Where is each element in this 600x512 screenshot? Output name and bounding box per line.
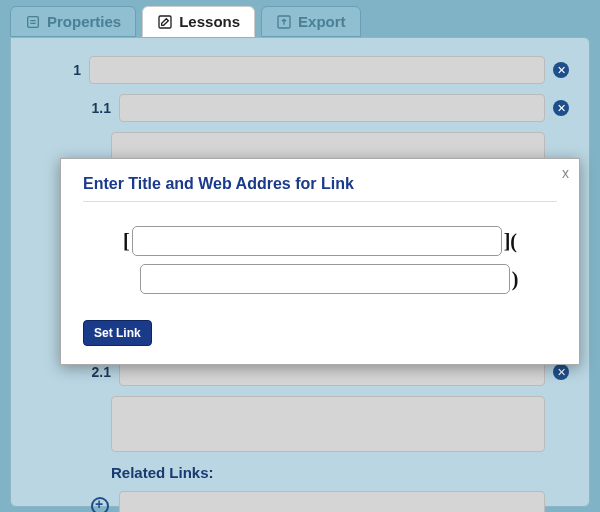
tab-bar: Properties Lessons Export xyxy=(0,0,600,37)
outline-row: 1.1 ✕ xyxy=(31,94,569,122)
paren-close: ) xyxy=(512,268,519,291)
outline-number: 1.1 xyxy=(31,94,111,116)
outline-row: 1 ✕ xyxy=(31,56,569,84)
svg-rect-0 xyxy=(28,16,39,27)
delete-icon[interactable]: ✕ xyxy=(553,364,569,380)
lesson-body-area xyxy=(111,396,545,452)
close-icon[interactable]: x xyxy=(562,165,569,181)
tab-properties[interactable]: Properties xyxy=(10,6,136,37)
lesson-title-input[interactable] xyxy=(119,94,545,122)
link-title-row: [ ]( xyxy=(83,226,557,256)
tab-lessons[interactable]: Lessons xyxy=(142,6,255,37)
export-icon xyxy=(276,14,292,30)
tab-label: Export xyxy=(298,13,346,30)
add-link-icon[interactable] xyxy=(91,497,109,512)
tab-export[interactable]: Export xyxy=(261,6,361,37)
modal-title: Enter Title and Web Addres for Link xyxy=(83,175,557,202)
related-links-label: Related Links: xyxy=(111,464,569,481)
bracket-open: [ xyxy=(123,230,130,253)
delete-icon[interactable]: ✕ xyxy=(553,100,569,116)
svg-rect-1 xyxy=(159,16,171,28)
link-modal: x Enter Title and Web Addres for Link [ … xyxy=(60,158,580,365)
lesson-title-input[interactable] xyxy=(89,56,545,84)
edit-icon xyxy=(157,14,173,30)
outline-number: 1 xyxy=(31,56,81,78)
related-link-input[interactable] xyxy=(119,491,545,512)
link-title-input[interactable] xyxy=(132,226,502,256)
tab-label: Properties xyxy=(47,13,121,30)
link-url-row: ) xyxy=(83,264,557,294)
link-url-input[interactable] xyxy=(140,264,510,294)
tab-label: Lessons xyxy=(179,13,240,30)
properties-icon xyxy=(25,14,41,30)
related-link-row xyxy=(91,491,545,512)
bracket-close-paren: ]( xyxy=(504,230,517,253)
set-link-button[interactable]: Set Link xyxy=(83,320,152,346)
delete-icon[interactable]: ✕ xyxy=(553,62,569,78)
lesson-body-input[interactable] xyxy=(111,396,545,452)
